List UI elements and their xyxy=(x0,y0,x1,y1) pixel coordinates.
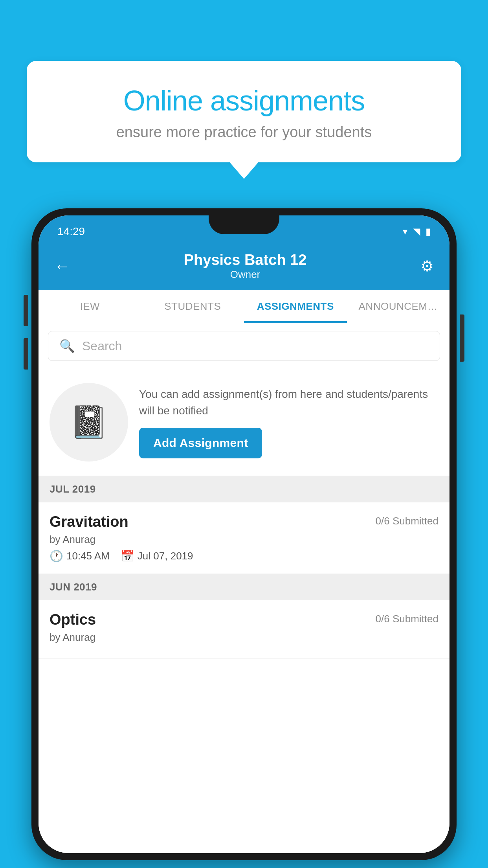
phone-content: 🔍 Search 📓 You can add assignment(s) fro… xyxy=(39,323,449,853)
header-title-container: Physics Batch 12 Owner xyxy=(70,252,420,281)
volume-down-button xyxy=(24,338,28,370)
search-bar[interactable]: 🔍 Search xyxy=(48,331,440,361)
tab-iew[interactable]: IEW xyxy=(39,290,141,323)
assignment-gravitation[interactable]: Gravitation 0/6 Submitted by Anurag 🕐 10… xyxy=(39,502,449,574)
signal-icon: ◥ xyxy=(413,226,420,237)
notebook-icon: 📓 xyxy=(69,404,108,441)
search-placeholder: Search xyxy=(82,339,122,353)
phone-frame: 14:29 ▾ ◥ ▮ ← Physics Batch 12 Owner ⚙ I… xyxy=(31,208,457,860)
tab-students[interactable]: STUDENTS xyxy=(141,290,244,323)
tab-announcements[interactable]: ANNOUNCEM… xyxy=(347,290,450,323)
assignment-gravitation-by: by Anurag xyxy=(50,533,438,546)
promo-section: 📓 You can add assignment(s) from here an… xyxy=(39,369,449,476)
assignment-gravitation-time: 🕐 10:45 AM xyxy=(50,550,110,563)
assignment-gravitation-details: 🕐 10:45 AM 📅 Jul 07, 2019 xyxy=(50,550,438,563)
phone-screen: 14:29 ▾ ◥ ▮ ← Physics Batch 12 Owner ⚙ I… xyxy=(39,215,449,853)
calendar-icon: 📅 xyxy=(121,550,134,563)
assignment-gravitation-time-text: 10:45 AM xyxy=(66,550,110,562)
search-icon: 🔍 xyxy=(59,338,75,353)
status-time: 14:29 xyxy=(57,225,85,238)
back-button[interactable]: ← xyxy=(54,257,70,275)
clock-icon: 🕐 xyxy=(50,550,63,563)
assignment-optics-by: by Anurag xyxy=(50,631,438,644)
section-header-jun2019: JUN 2019 xyxy=(39,574,449,600)
assignment-gravitation-date: 📅 Jul 07, 2019 xyxy=(121,550,193,563)
volume-up-button xyxy=(24,295,28,326)
assignment-optics-row1: Optics 0/6 Submitted xyxy=(50,611,438,628)
speech-bubble-container: Online assignments ensure more practice … xyxy=(27,61,461,162)
search-container: 🔍 Search xyxy=(39,323,449,369)
section-header-jul2019: JUL 2019 xyxy=(39,476,449,502)
header-title: Physics Batch 12 xyxy=(70,252,420,268)
battery-icon: ▮ xyxy=(426,226,431,237)
settings-icon[interactable]: ⚙ xyxy=(420,257,434,275)
phone-notch xyxy=(209,215,279,234)
promo-icon-container: 📓 xyxy=(50,383,128,462)
add-assignment-button[interactable]: Add Assignment xyxy=(139,428,262,458)
speech-bubble: Online assignments ensure more practice … xyxy=(27,61,461,162)
speech-bubble-title: Online assignments xyxy=(54,85,434,117)
tab-assignments[interactable]: ASSIGNMENTS xyxy=(244,290,347,323)
speech-bubble-subtitle: ensure more practice for your students xyxy=(54,124,434,141)
assignment-optics-title: Optics xyxy=(50,611,96,628)
app-header: ← Physics Batch 12 Owner ⚙ xyxy=(39,244,449,290)
status-icons: ▾ ◥ ▮ xyxy=(403,226,431,237)
tabs-container: IEW STUDENTS ASSIGNMENTS ANNOUNCEM… xyxy=(39,290,449,323)
assignment-optics[interactable]: Optics 0/6 Submitted by Anurag xyxy=(39,600,449,659)
header-subtitle: Owner xyxy=(70,268,420,281)
assignment-row1: Gravitation 0/6 Submitted xyxy=(50,513,438,530)
assignment-gravitation-title: Gravitation xyxy=(50,513,128,530)
assignment-gravitation-date-text: Jul 07, 2019 xyxy=(138,550,193,562)
assignment-optics-submitted: 0/6 Submitted xyxy=(376,613,438,625)
promo-text: You can add assignment(s) from here and … xyxy=(139,386,438,419)
assignment-gravitation-submitted: 0/6 Submitted xyxy=(376,515,438,527)
promo-content: You can add assignment(s) from here and … xyxy=(139,386,438,458)
power-button xyxy=(460,314,464,362)
wifi-icon: ▾ xyxy=(403,226,407,237)
